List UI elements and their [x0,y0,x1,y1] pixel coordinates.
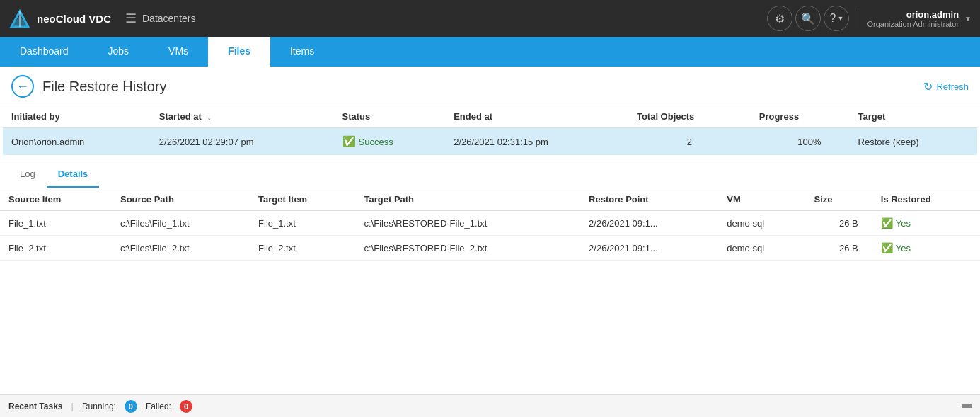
expand-icon[interactable] [962,404,972,408]
detail-size-1: 26 B [805,211,872,236]
col-started-at[interactable]: Started at ↓ [151,105,334,128]
cell-initiated-by: Orion\orion.admin [3,128,151,156]
tab-dashboard[interactable]: Dashboard [0,37,88,67]
logo-icon [8,7,31,30]
detail-size-2: 26 B [805,236,872,261]
sort-icon: ↓ [207,111,212,122]
history-table: Initiated by Started at ↓ Status Ended a… [3,105,977,155]
running-label: Running: [82,401,116,411]
col-target-path: Target Path [356,188,581,211]
main-wrapper: ← File Restore History ↻ Refresh Initiat… [0,67,980,417]
detail-source-path-1: c:\Files\File_1.txt [112,211,250,236]
sub-tab-details[interactable]: Details [47,161,100,188]
tab-files[interactable]: Files [208,37,270,67]
col-source-path: Source Path [112,188,250,211]
detail-source-item-1: File_1.txt [0,211,112,236]
status-bar: Recent Tasks | Running: 0 Failed: 0 [0,394,980,417]
sub-tabs: Log Details [0,161,980,188]
restored-yes-1: ✅ Yes [881,217,972,229]
header-icons: ⚙ 🔍 ? ▼ orion.admin Organization Adminis… [767,6,972,31]
refresh-icon: ↻ [923,80,933,93]
col-target-item: Target Item [250,188,355,211]
status-success: ✅ Success [342,135,437,148]
detail-target-item-1: File_1.txt [250,211,355,236]
detail-is-restored-1: ✅ Yes [872,211,980,236]
col-initiated-by: Initiated by [3,105,151,128]
cell-progress: 100% [751,128,850,156]
cell-target: Restore (keep) [850,128,977,156]
logo: neoCloud VDC [8,7,111,30]
detail-row-2[interactable]: File_2.txt c:\Files\File_2.txt File_2.tx… [0,236,980,261]
menu-icon[interactable]: ☰ [125,11,137,26]
restored-yes-2: ✅ Yes [881,242,972,253]
col-ended-at: Ended at [445,105,628,128]
history-table-header: Initiated by Started at ↓ Status Ended a… [3,105,977,128]
detail-vm-2: demo sql [718,236,805,261]
col-total-objects: Total Objects [628,105,751,128]
user-role: Organization Administrator [867,20,959,28]
tab-items[interactable]: Items [270,37,334,67]
detail-target-item-2: File_2.txt [250,236,355,261]
cell-started-at: 2/26/2021 02:29:07 pm [151,128,334,156]
nav-tabs: Dashboard Jobs VMs Files Items [0,37,980,67]
main-content: ← File Restore History ↻ Refresh Initiat… [0,67,980,394]
back-button[interactable]: ← [11,75,34,98]
cell-ended-at: 2/26/2021 02:31:15 pm [445,128,628,156]
col-source-item: Source Item [0,188,112,211]
table-row[interactable]: Orion\orion.admin 2/26/2021 02:29:07 pm … [3,128,977,156]
details-header: Source Item Source Path Target Item Targ… [0,188,980,211]
detail-restore-point-2: 2/26/2021 09:1... [580,236,718,261]
logo-text: neoCloud VDC [37,13,111,25]
status-divider-1: | [71,401,73,411]
failed-count-badge: 0 [180,400,192,413]
page-title: File Restore History [42,79,923,95]
col-is-restored: Is Restored [872,188,980,211]
page-header: ← File Restore History ↻ Refresh [0,67,980,105]
user-name: orion.admin [867,9,959,20]
recent-tasks-label: Recent Tasks [8,401,62,411]
col-status: Status [334,105,446,128]
col-restore-point: Restore Point [580,188,718,211]
search-icon[interactable]: 🔍 [795,6,821,31]
help-icon[interactable]: ? ▼ [824,6,849,31]
restored-icon-1: ✅ [881,217,893,229]
col-progress: Progress [751,105,850,128]
sub-tab-log[interactable]: Log [8,161,47,188]
col-target: Target [850,105,977,128]
detail-row-1[interactable]: File_1.txt c:\Files\File_1.txt File_1.tx… [0,211,980,236]
detail-target-path-1: c:\Files\RESTORED-File_1.txt [356,211,581,236]
col-vm: VM [718,188,805,211]
datacenters-label: Datacenters [142,13,195,24]
detail-source-path-2: c:\Files\File_2.txt [112,236,250,261]
header: neoCloud VDC ☰ Datacenters ⚙ 🔍 ? ▼ orion… [0,0,980,37]
user-info[interactable]: orion.admin Organization Administrator [867,9,959,28]
details-scroll: Source Item Source Path Target Item Targ… [0,188,980,394]
detail-vm-1: demo sql [718,211,805,236]
history-table-wrapper: Initiated by Started at ↓ Status Ended a… [0,105,980,155]
user-chevron-icon: ▼ [964,15,972,23]
refresh-button[interactable]: ↻ Refresh [923,80,969,93]
detail-source-item-2: File_2.txt [0,236,112,261]
tab-vms[interactable]: VMs [149,37,208,67]
header-divider [858,8,858,28]
col-size: Size [805,188,872,211]
failed-label: Failed: [146,401,171,411]
cell-status: ✅ Success [334,128,446,156]
refresh-label: Refresh [936,81,969,92]
tab-jobs[interactable]: Jobs [88,37,149,67]
cell-total-objects: 2 [628,128,751,156]
detail-target-path-2: c:\Files\RESTORED-File_2.txt [356,236,581,261]
detail-is-restored-2: ✅ Yes [872,236,980,261]
restored-icon-2: ✅ [881,242,893,253]
details-table: Source Item Source Path Target Item Targ… [0,188,980,261]
settings-icon[interactable]: ⚙ [767,6,792,31]
success-icon: ✅ [342,135,356,148]
status-text: Success [359,137,393,147]
running-count-badge: 0 [125,400,137,413]
detail-restore-point-1: 2/26/2021 09:1... [580,211,718,236]
bottom-section: Log Details Source Item Source Path Targ… [0,161,980,394]
